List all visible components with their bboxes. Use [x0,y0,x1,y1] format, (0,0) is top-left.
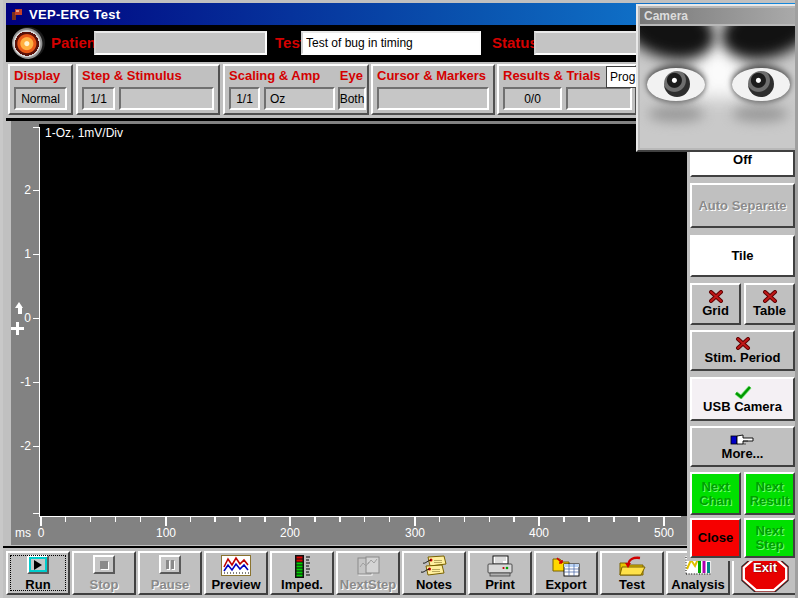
status-label: Status [492,34,538,51]
run-button[interactable]: Run [6,551,70,595]
auto-separate-label: Auto Separate [698,199,786,213]
y-axis-line [39,127,40,517]
test-button[interactable]: Test [600,551,664,595]
tile-label: Tile [731,249,753,263]
bottom-toolbar: Run Stop Pause Preview [3,546,798,598]
grid-button[interactable]: Grid [690,283,741,325]
more-button[interactable]: More... [690,426,795,467]
y-axis-bottom-tick [33,513,40,514]
progress-box[interactable]: Prog [606,66,638,88]
patient-input[interactable] [94,31,267,55]
cursor-markers-panel[interactable]: Cursor & Markers [371,64,495,115]
camera-title-bar[interactable]: Camera [640,8,796,24]
table-label: Table [753,304,786,318]
impedance-button[interactable]: Imped. [270,551,334,595]
display-panel[interactable]: Display Normal [8,64,73,115]
trials-value[interactable] [566,87,632,110]
plot-canvas[interactable] [39,124,687,516]
next-result-button[interactable]: Next Result [744,472,795,515]
stop-icon [93,555,115,574]
stim-period-button[interactable]: Stim. Period [690,330,795,371]
x-tick-label: 200 [270,526,310,540]
trace-position-marker-icon[interactable] [15,302,24,315]
auto-separate-button[interactable]: Auto Separate [690,183,795,228]
pause-label: Pause [151,578,189,592]
nextstep-label: NextStep [340,578,396,592]
exit-label: Exit [753,560,778,575]
test-input[interactable] [301,31,481,55]
analysis-label: Analysis [671,578,724,592]
pointing-hand-icon [730,432,756,446]
preview-button[interactable]: Preview [204,551,268,595]
tile-button[interactable]: Tile [690,235,795,277]
run-icon [27,555,49,574]
x-major-tick [663,517,665,526]
y-tick [33,318,40,319]
results-value[interactable]: 0/0 [503,87,562,110]
camera-title: Camera [644,9,688,23]
eye-title: Eye [340,68,363,83]
status-input[interactable] [534,31,638,55]
y-tick-label: 1 [11,247,31,261]
scaling-amp-title: Scaling & Amp [229,68,320,83]
sidebar: Off Auto Separate Tile Grid Table [687,121,798,561]
camera-right-iris [748,71,774,97]
green-check-icon [733,385,753,399]
y-axis-top-tick [33,127,40,128]
scaling-amp-panel[interactable]: Scaling & Amp Eye 1/1 Oz Both [223,64,369,115]
step-stimulus-panel[interactable]: Step & Stimulus 1/1 [76,64,220,115]
cursor-markers-title: Cursor & Markers [373,66,493,83]
y-tick-label: -2 [11,439,31,453]
amp-channel-value[interactable]: Oz [264,87,335,110]
print-button[interactable]: Print [468,551,532,595]
preview-label: Preview [211,578,260,592]
notes-button[interactable]: Notes [402,551,466,595]
pause-button[interactable]: Pause [138,551,202,595]
x-major-tick [40,517,42,526]
close-button[interactable]: Close [690,518,741,558]
x-major-tick [165,517,167,526]
export-label: Export [545,578,586,592]
y-tick [33,446,40,447]
camera-window[interactable]: Camera [636,4,798,152]
print-label: Print [485,578,515,592]
next-chan-button[interactable]: Next Chan [690,472,741,515]
stop-button[interactable]: Stop [72,551,136,595]
pause-icon [159,555,181,574]
grid-label: Grid [702,304,729,318]
export-folder-icon [551,555,581,578]
x-major-tick [538,517,540,526]
usb-camera-button[interactable]: USB Camera [690,377,795,421]
eye-value[interactable]: Both [338,87,366,110]
channel-label: 1-Oz, 1mV/Div [45,126,123,140]
red-x-icon [735,337,751,350]
camera-left-undereye [648,106,704,122]
waveform-plot[interactable]: 2 1 0 -1 -2 1-Oz, 1mV/Div ms 0 100 200 3… [11,121,687,545]
table-button[interactable]: Table [744,283,795,325]
test-label: Test [619,578,645,592]
next-step-button[interactable]: Next Step [744,518,795,558]
x-tick-label: 400 [519,526,559,540]
preview-waveform-icon [221,555,251,576]
plus-marker-icon[interactable] [11,322,24,335]
usb-camera-label: USB Camera [703,400,782,414]
scaling-value[interactable]: 1/1 [229,87,260,110]
app-icon [10,7,24,21]
y-tick-label: 2 [11,183,31,197]
y-tick [33,382,40,383]
export-button[interactable]: Export [534,551,598,595]
display-title: Display [10,66,71,83]
display-value[interactable]: Normal [14,87,67,110]
cursor-markers-value[interactable] [377,87,489,110]
step-value[interactable]: 1/1 [82,87,115,110]
off-label: Off [733,153,752,167]
app-window: VEP-ERG Test Patient Test Status Display… [0,0,798,598]
x-major-tick [289,517,291,526]
nextstep-button[interactable]: NextStep [336,551,400,595]
next-chan-label: Next Chan [699,480,732,508]
y-tick [33,254,40,255]
nextstep-pages-icon [355,555,381,577]
window-title: VEP-ERG Test [29,7,121,22]
stimulus-value[interactable] [119,87,214,110]
run-label: Run [25,578,50,592]
